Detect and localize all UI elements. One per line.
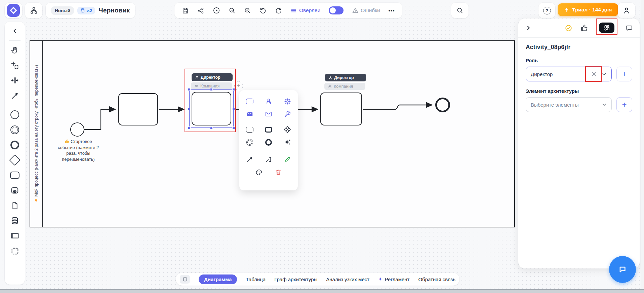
search-button[interactable] (451, 3, 469, 18)
app-logo-button[interactable] (5, 3, 22, 18)
resize-handle-s[interactable] (210, 126, 213, 129)
help-button[interactable]: ? (538, 3, 555, 18)
support-chat-button[interactable] (609, 256, 636, 283)
collapse-panel-button[interactable] (525, 25, 532, 31)
create-intermediate-event[interactable] (8, 123, 22, 137)
append-element-ghost-button[interactable]: + (234, 81, 243, 90)
resize-handle-sw[interactable] (188, 126, 191, 129)
send-task-button[interactable] (244, 108, 255, 120)
start-event[interactable] (70, 122, 84, 137)
person-icon (328, 76, 332, 80)
create-subprocess[interactable] (8, 184, 22, 197)
tab-table[interactable]: Таблица (246, 277, 266, 282)
resize-handle-n[interactable] (210, 88, 213, 91)
create-end-event[interactable] (8, 138, 22, 152)
data-store-icon (11, 217, 19, 225)
user-icon (623, 7, 630, 14)
resize-handle-nw[interactable] (188, 88, 191, 91)
global-connect-tool[interactable] (8, 89, 22, 102)
check-circle-icon (565, 24, 572, 32)
overlays-button[interactable]: Оверлеи (290, 7, 320, 14)
create-gateway[interactable] (8, 153, 22, 167)
service-task-button[interactable] (282, 96, 293, 107)
run-simulation-button[interactable] (213, 7, 220, 14)
user-task-button[interactable] (263, 96, 274, 107)
task-1[interactable] (118, 93, 158, 125)
color-picker-button[interactable] (253, 167, 265, 178)
resize-handle-se[interactable] (232, 126, 235, 129)
selection-outline[interactable] (189, 89, 234, 128)
tab-regulation[interactable]: ✦ Регламент (378, 276, 409, 282)
end-event[interactable] (435, 98, 450, 112)
page-scrollbar[interactable] (641, 0, 644, 293)
architecture-select[interactable]: Выберите элементы (526, 97, 612, 112)
architecture-select-chevron[interactable] (601, 102, 607, 108)
create-task[interactable] (8, 169, 22, 182)
connect-tool-button[interactable] (244, 154, 255, 165)
resize-handle-w[interactable] (188, 108, 191, 110)
edit-label-button[interactable] (282, 154, 293, 165)
task-shape-button[interactable] (244, 124, 255, 135)
lasso-tool[interactable] (8, 59, 22, 72)
create-data-store[interactable] (8, 214, 22, 227)
ai-suggest-button[interactable] (282, 137, 293, 148)
save-button[interactable] (182, 7, 189, 14)
intermediate-event-button[interactable] (244, 137, 255, 148)
zoom-out-icon (229, 7, 236, 14)
zoom-out-button[interactable] (229, 7, 236, 14)
create-group[interactable] (8, 244, 22, 258)
collapse-palette-button[interactable] (8, 24, 22, 38)
people-icon (328, 84, 332, 88)
zoom-in-button[interactable] (244, 7, 251, 14)
status-badge-new: Новый (51, 6, 74, 15)
role-field-label: Роль (526, 58, 632, 63)
text-annotation-button[interactable] (263, 154, 274, 165)
redo-button[interactable] (275, 7, 282, 14)
resize-handle-ne[interactable] (232, 88, 235, 91)
role-select[interactable]: Директор (526, 67, 612, 81)
task-3[interactable] (320, 93, 362, 125)
subprocess-shape-button[interactable] (263, 124, 274, 135)
role-badge-label: Директор (334, 75, 354, 80)
end-event-button[interactable] (263, 137, 274, 148)
hand-tool[interactable] (8, 43, 22, 57)
create-participant[interactable] (8, 229, 22, 243)
overlays-toggle[interactable] (329, 6, 344, 14)
tab-bottleneck-analysis[interactable]: Анализ узких мест (326, 277, 369, 282)
role-badge-label: Директор (201, 75, 220, 80)
main-toolbar: Оверлеи Ошибки ••• (174, 3, 402, 18)
tab-feedback[interactable]: Обратная связь (418, 277, 455, 282)
more-actions-button[interactable]: ••• (389, 8, 395, 13)
tab-diagram[interactable]: Диаграмма (199, 274, 237, 284)
comments-tab-button[interactable] (626, 24, 633, 32)
add-architecture-button[interactable]: + (616, 97, 632, 112)
delete-button[interactable] (273, 167, 284, 178)
space-tool[interactable] (8, 74, 22, 87)
resize-handle-e[interactable] (232, 108, 235, 110)
like-tab-button[interactable] (580, 24, 588, 32)
create-start-event[interactable] (8, 108, 22, 121)
share-button[interactable] (197, 7, 204, 14)
tab-architecture-graph[interactable]: Граф архитектуры (274, 277, 317, 282)
add-role-button[interactable]: + (616, 67, 632, 81)
process-tree-button[interactable] (25, 3, 42, 18)
receive-task-button[interactable] (263, 108, 274, 120)
widgets-tab-button[interactable] (599, 23, 614, 33)
role-badge-task-3[interactable]: Директор (325, 74, 366, 81)
role-select-chevron[interactable] (601, 71, 607, 77)
annotation-widgets-tab (596, 19, 617, 35)
user-profile-button[interactable] (618, 3, 635, 18)
errors-button[interactable]: Ошибки (352, 7, 380, 14)
trial-button[interactable]: Триал · 144 дня (558, 3, 618, 16)
role-badge-task-2[interactable]: Директор (192, 73, 233, 81)
validation-tab-button[interactable] (565, 24, 572, 32)
document-title[interactable]: Черновик (98, 7, 130, 14)
change-to-task-button[interactable] (244, 96, 255, 107)
company-badge-task-3[interactable]: Компания (324, 83, 365, 90)
gateway-shape-button[interactable] (282, 124, 293, 135)
undo-button[interactable] (259, 7, 267, 14)
version-chip[interactable]: v.2 (77, 7, 95, 14)
minimap-toggle-button[interactable] (180, 275, 190, 284)
manual-task-button[interactable] (282, 108, 293, 120)
create-data-object[interactable] (8, 199, 22, 212)
